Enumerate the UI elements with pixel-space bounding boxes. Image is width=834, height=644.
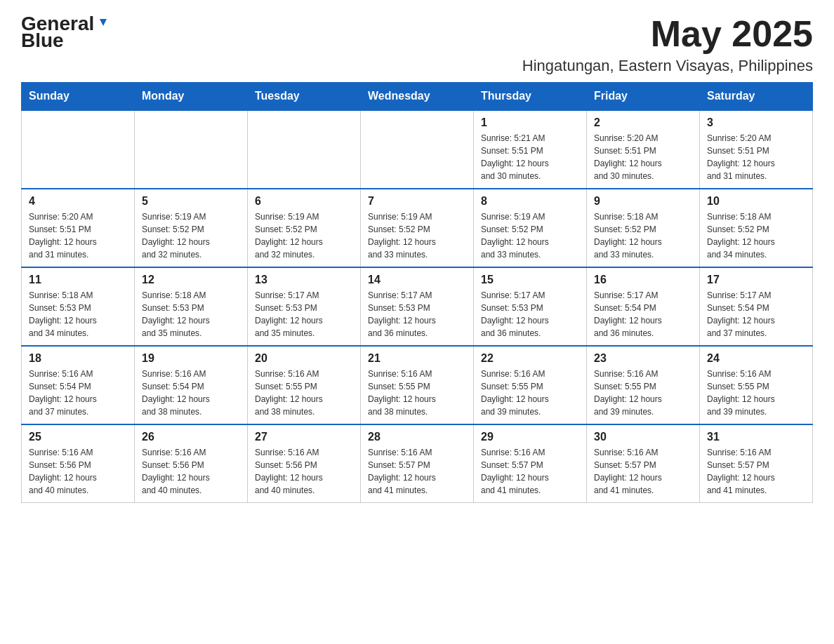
calendar-cell-3-5: 15Sunrise: 5:17 AM Sunset: 5:53 PM Dayli… — [474, 267, 587, 346]
calendar-cell-5-4: 28Sunrise: 5:16 AM Sunset: 5:57 PM Dayli… — [361, 424, 474, 503]
day-info: Sunrise: 5:17 AM Sunset: 5:54 PM Dayligh… — [594, 289, 692, 340]
logo-blue: Blue — [21, 31, 64, 51]
header-friday: Friday — [587, 83, 700, 111]
week-row-3: 11Sunrise: 5:18 AM Sunset: 5:53 PM Dayli… — [22, 267, 813, 346]
logo-arrow-icon — [95, 16, 111, 32]
day-info: Sunrise: 5:17 AM Sunset: 5:53 PM Dayligh… — [481, 289, 579, 340]
calendar-cell-2-7: 10Sunrise: 5:18 AM Sunset: 5:52 PM Dayli… — [700, 189, 813, 267]
day-info: Sunrise: 5:19 AM Sunset: 5:52 PM Dayligh… — [368, 210, 466, 261]
calendar-cell-5-3: 27Sunrise: 5:16 AM Sunset: 5:56 PM Dayli… — [248, 424, 361, 503]
location-title: Hingatungan, Eastern Visayas, Philippine… — [522, 57, 813, 75]
calendar-cell-2-4: 7Sunrise: 5:19 AM Sunset: 5:52 PM Daylig… — [361, 189, 474, 267]
calendar-cell-5-2: 26Sunrise: 5:16 AM Sunset: 5:56 PM Dayli… — [135, 424, 248, 503]
day-number: 8 — [481, 195, 579, 208]
calendar-cell-2-6: 9Sunrise: 5:18 AM Sunset: 5:52 PM Daylig… — [587, 189, 700, 267]
day-info: Sunrise: 5:16 AM Sunset: 5:56 PM Dayligh… — [255, 446, 353, 497]
day-number: 30 — [594, 431, 692, 443]
calendar-cell-5-1: 25Sunrise: 5:16 AM Sunset: 5:56 PM Dayli… — [22, 424, 135, 503]
day-info: Sunrise: 5:18 AM Sunset: 5:53 PM Dayligh… — [29, 289, 127, 340]
day-number: 7 — [368, 195, 466, 208]
day-number: 17 — [707, 274, 805, 286]
day-number: 6 — [255, 195, 353, 208]
logo: General Blue — [21, 14, 111, 51]
day-info: Sunrise: 5:17 AM Sunset: 5:53 PM Dayligh… — [255, 289, 353, 340]
day-info: Sunrise: 5:20 AM Sunset: 5:51 PM Dayligh… — [594, 132, 692, 182]
day-number: 25 — [29, 431, 127, 443]
day-info: Sunrise: 5:17 AM Sunset: 5:53 PM Dayligh… — [368, 289, 466, 340]
day-number: 2 — [594, 116, 692, 129]
calendar-cell-1-6: 2Sunrise: 5:20 AM Sunset: 5:51 PM Daylig… — [587, 110, 700, 189]
header-saturday: Saturday — [700, 83, 813, 111]
day-info: Sunrise: 5:16 AM Sunset: 5:54 PM Dayligh… — [142, 368, 240, 418]
day-info: Sunrise: 5:16 AM Sunset: 5:57 PM Dayligh… — [368, 446, 466, 497]
calendar-cell-4-5: 22Sunrise: 5:16 AM Sunset: 5:55 PM Dayli… — [474, 346, 587, 424]
day-number: 19 — [142, 352, 240, 365]
calendar-cell-4-4: 21Sunrise: 5:16 AM Sunset: 5:55 PM Dayli… — [361, 346, 474, 424]
day-info: Sunrise: 5:19 AM Sunset: 5:52 PM Dayligh… — [255, 210, 353, 261]
header-sunday: Sunday — [22, 83, 135, 111]
calendar-cell-1-5: 1Sunrise: 5:21 AM Sunset: 5:51 PM Daylig… — [474, 110, 587, 189]
week-row-2: 4Sunrise: 5:20 AM Sunset: 5:51 PM Daylig… — [22, 189, 813, 267]
day-info: Sunrise: 5:16 AM Sunset: 5:57 PM Dayligh… — [594, 446, 692, 497]
header-tuesday: Tuesday — [248, 83, 361, 111]
calendar-cell-3-3: 13Sunrise: 5:17 AM Sunset: 5:53 PM Dayli… — [248, 267, 361, 346]
day-info: Sunrise: 5:16 AM Sunset: 5:55 PM Dayligh… — [707, 368, 805, 418]
calendar-cell-3-4: 14Sunrise: 5:17 AM Sunset: 5:53 PM Dayli… — [361, 267, 474, 346]
calendar-cell-5-5: 29Sunrise: 5:16 AM Sunset: 5:57 PM Dayli… — [474, 424, 587, 503]
title-block: May 2025 Hingatungan, Eastern Visayas, P… — [522, 14, 813, 75]
week-row-5: 25Sunrise: 5:16 AM Sunset: 5:56 PM Dayli… — [22, 424, 813, 503]
day-number: 23 — [594, 352, 692, 365]
day-number: 9 — [594, 195, 692, 208]
day-info: Sunrise: 5:16 AM Sunset: 5:55 PM Dayligh… — [368, 368, 466, 418]
header-wednesday: Wednesday — [361, 83, 474, 111]
day-number: 24 — [707, 352, 805, 365]
day-info: Sunrise: 5:16 AM Sunset: 5:56 PM Dayligh… — [142, 446, 240, 497]
day-info: Sunrise: 5:18 AM Sunset: 5:52 PM Dayligh… — [707, 210, 805, 261]
day-number: 12 — [142, 274, 240, 286]
day-info: Sunrise: 5:20 AM Sunset: 5:51 PM Dayligh… — [707, 132, 805, 182]
day-number: 28 — [368, 431, 466, 443]
calendar-cell-3-6: 16Sunrise: 5:17 AM Sunset: 5:54 PM Dayli… — [587, 267, 700, 346]
day-number: 31 — [707, 431, 805, 443]
calendar-cell-2-3: 6Sunrise: 5:19 AM Sunset: 5:52 PM Daylig… — [248, 189, 361, 267]
calendar-cell-5-6: 30Sunrise: 5:16 AM Sunset: 5:57 PM Dayli… — [587, 424, 700, 503]
day-number: 4 — [29, 195, 127, 208]
day-number: 20 — [255, 352, 353, 365]
day-info: Sunrise: 5:16 AM Sunset: 5:55 PM Dayligh… — [594, 368, 692, 418]
day-info: Sunrise: 5:16 AM Sunset: 5:55 PM Dayligh… — [255, 368, 353, 418]
calendar-cell-3-7: 17Sunrise: 5:17 AM Sunset: 5:54 PM Dayli… — [700, 267, 813, 346]
calendar-cell-4-3: 20Sunrise: 5:16 AM Sunset: 5:55 PM Dayli… — [248, 346, 361, 424]
day-info: Sunrise: 5:17 AM Sunset: 5:54 PM Dayligh… — [707, 289, 805, 340]
calendar-cell-3-1: 11Sunrise: 5:18 AM Sunset: 5:53 PM Dayli… — [22, 267, 135, 346]
svg-marker-0 — [100, 19, 107, 26]
page-header: General Blue May 2025 Hingatungan, Easte… — [21, 14, 813, 75]
day-number: 27 — [255, 431, 353, 443]
day-info: Sunrise: 5:16 AM Sunset: 5:56 PM Dayligh… — [29, 446, 127, 497]
calendar-cell-2-2: 5Sunrise: 5:19 AM Sunset: 5:52 PM Daylig… — [135, 189, 248, 267]
day-number: 16 — [594, 274, 692, 286]
weekday-header-row: Sunday Monday Tuesday Wednesday Thursday… — [22, 83, 813, 111]
calendar-cell-1-2 — [135, 110, 248, 189]
calendar-table: Sunday Monday Tuesday Wednesday Thursday… — [21, 82, 813, 503]
calendar-cell-4-2: 19Sunrise: 5:16 AM Sunset: 5:54 PM Dayli… — [135, 346, 248, 424]
week-row-1: 1Sunrise: 5:21 AM Sunset: 5:51 PM Daylig… — [22, 110, 813, 189]
day-number: 21 — [368, 352, 466, 365]
day-info: Sunrise: 5:18 AM Sunset: 5:52 PM Dayligh… — [594, 210, 692, 261]
calendar-cell-2-5: 8Sunrise: 5:19 AM Sunset: 5:52 PM Daylig… — [474, 189, 587, 267]
day-number: 11 — [29, 274, 127, 286]
day-number: 22 — [481, 352, 579, 365]
day-number: 18 — [29, 352, 127, 365]
calendar-cell-2-1: 4Sunrise: 5:20 AM Sunset: 5:51 PM Daylig… — [22, 189, 135, 267]
day-number: 3 — [707, 116, 805, 129]
day-info: Sunrise: 5:20 AM Sunset: 5:51 PM Dayligh… — [29, 210, 127, 261]
calendar-cell-3-2: 12Sunrise: 5:18 AM Sunset: 5:53 PM Dayli… — [135, 267, 248, 346]
day-info: Sunrise: 5:19 AM Sunset: 5:52 PM Dayligh… — [481, 210, 579, 261]
header-monday: Monday — [135, 83, 248, 111]
calendar-cell-1-4 — [361, 110, 474, 189]
month-title: May 2025 — [522, 14, 813, 54]
day-info: Sunrise: 5:19 AM Sunset: 5:52 PM Dayligh… — [142, 210, 240, 261]
header-thursday: Thursday — [474, 83, 587, 111]
day-number: 10 — [707, 195, 805, 208]
calendar-cell-4-1: 18Sunrise: 5:16 AM Sunset: 5:54 PM Dayli… — [22, 346, 135, 424]
day-number: 26 — [142, 431, 240, 443]
